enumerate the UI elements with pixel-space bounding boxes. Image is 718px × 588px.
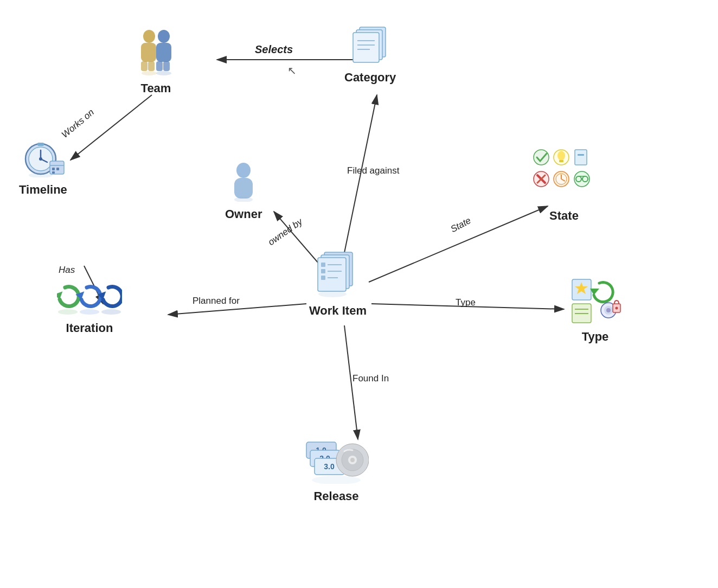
type-node: Type (569, 277, 621, 344)
svg-point-11 (143, 30, 155, 43)
owner-label: Owner (225, 207, 262, 221)
svg-point-31 (39, 157, 42, 161)
svg-text:3.0: 3.0 (324, 462, 335, 471)
svg-rect-32 (37, 143, 44, 146)
svg-rect-23 (353, 33, 379, 62)
selects-label: Selects (255, 43, 293, 56)
svg-point-60 (557, 151, 565, 161)
team-label: Team (141, 81, 171, 95)
owner-node: Owner (225, 163, 262, 221)
svg-point-20 (156, 71, 171, 75)
svg-point-58 (534, 150, 549, 165)
svg-point-38 (29, 172, 53, 177)
team-node: Team (130, 30, 182, 95)
state-label: State (449, 215, 473, 235)
svg-point-15 (142, 71, 157, 75)
svg-point-16 (158, 30, 170, 43)
svg-point-45 (58, 309, 78, 315)
svg-point-39 (236, 163, 251, 178)
state-icon (531, 146, 597, 206)
team-icon (130, 30, 182, 78)
svg-point-97 (312, 476, 361, 484)
category-icon (351, 24, 390, 67)
workitem-icon (313, 250, 362, 301)
plannedfor-label: Planned for (193, 296, 240, 306)
workitem-node: Work Item (309, 250, 367, 318)
svg-point-57 (318, 291, 347, 297)
svg-rect-35 (52, 168, 55, 170)
svg-rect-19 (163, 61, 170, 71)
category-label: Category (344, 71, 396, 85)
ownedby-label: owned by (266, 216, 305, 248)
svg-rect-62 (575, 150, 587, 165)
svg-point-86 (616, 307, 618, 310)
state-label: State (549, 209, 579, 223)
cursor-icon: ↖ (287, 64, 297, 77)
svg-rect-14 (148, 61, 155, 71)
svg-rect-40 (234, 178, 253, 199)
svg-line-4 (342, 95, 377, 266)
svg-line-3 (70, 95, 152, 160)
svg-rect-13 (141, 61, 148, 71)
workitem-label: Work Item (309, 304, 367, 318)
svg-rect-18 (156, 61, 163, 71)
iteration-label: Iteration (66, 321, 113, 335)
state-node: State (531, 146, 597, 223)
svg-rect-37 (52, 171, 55, 174)
has-label: Has (59, 265, 75, 276)
svg-rect-61 (559, 160, 563, 162)
svg-rect-12 (141, 43, 156, 62)
timeline-icon (20, 138, 66, 180)
svg-rect-17 (156, 43, 171, 62)
svg-point-41 (234, 197, 253, 202)
release-label: Release (313, 489, 358, 503)
svg-rect-63 (578, 154, 584, 156)
svg-point-46 (80, 309, 99, 315)
workson-label: Works on (60, 107, 97, 140)
iteration-node: Iteration (57, 282, 122, 335)
release-node: 1.0 2.0 3.0 Release (304, 439, 369, 503)
diagram-container: Selects Works on Has Planned for Filed a… (0, 0, 718, 588)
category-node: Category (344, 24, 396, 85)
timeline-node: Timeline (19, 138, 67, 197)
type-icon (569, 277, 621, 327)
type-label: Type (582, 330, 609, 344)
svg-rect-36 (56, 168, 59, 170)
svg-line-8 (369, 206, 548, 282)
svg-rect-53 (321, 276, 325, 280)
foundin-label: Found In (352, 373, 389, 384)
filedagainst-label: Filed against (347, 165, 399, 176)
svg-point-47 (101, 309, 121, 315)
svg-rect-51 (321, 263, 325, 267)
svg-point-96 (350, 458, 355, 462)
owner-icon (229, 163, 259, 204)
svg-rect-52 (321, 269, 325, 273)
iteration-icon (57, 282, 122, 318)
timeline-label: Timeline (19, 183, 67, 197)
type-label: Type (456, 297, 476, 308)
release-icon: 1.0 2.0 3.0 (304, 439, 369, 486)
svg-point-84 (606, 308, 611, 312)
